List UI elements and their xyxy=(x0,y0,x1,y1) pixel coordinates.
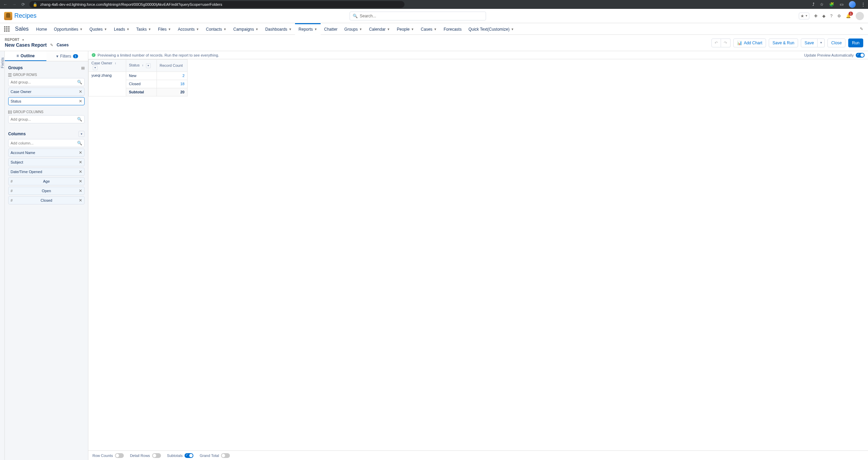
chevron-down-icon: ▼ xyxy=(820,41,822,44)
outline-tab[interactable]: ≡ Outline xyxy=(5,51,46,61)
nav-item-quotes[interactable]: Quotes▼ xyxy=(86,23,111,34)
columns-menu-button[interactable]: ▼ xyxy=(78,131,85,137)
nav-item-people[interactable]: People▼ xyxy=(394,23,417,34)
fields-panel-toggle[interactable]: Fields xyxy=(0,51,5,460)
group-row-pill-status[interactable]: Status ✕ xyxy=(8,97,85,105)
favorites-dropdown[interactable]: ★▼ xyxy=(799,13,809,19)
col-header-case-owner[interactable]: Case Owner ↑ ▼ xyxy=(89,60,126,72)
star-icon[interactable]: ☆ xyxy=(820,2,824,7)
column-pill-date-time-opened[interactable]: Date/Time Opened✕ xyxy=(8,168,85,176)
nav-item-label: Reports xyxy=(298,27,313,32)
add-column-field[interactable] xyxy=(11,141,77,145)
add-group-col-input[interactable]: 🔍 xyxy=(8,115,85,123)
nav-item-chatter[interactable]: Chatter xyxy=(321,23,341,34)
browser-back-icon[interactable]: ← xyxy=(3,2,8,7)
app-launcher-icon[interactable] xyxy=(3,23,11,34)
help-icon[interactable]: ? xyxy=(830,14,833,18)
save-dropdown-button[interactable]: ▼ xyxy=(818,39,825,47)
redo-button[interactable]: ↷ xyxy=(721,39,731,47)
groups-menu-icon[interactable]: ▤ xyxy=(81,66,85,70)
remove-icon[interactable]: ✕ xyxy=(79,89,82,94)
remove-icon[interactable]: ✕ xyxy=(79,188,82,193)
salesforce-assistant-icon[interactable]: ◆ xyxy=(822,14,825,18)
column-pill-subject[interactable]: Subject✕ xyxy=(8,158,85,166)
remove-icon[interactable]: ✕ xyxy=(79,150,82,155)
user-avatar[interactable] xyxy=(856,12,864,20)
nav-item-home[interactable]: Home xyxy=(33,23,50,34)
filters-tab[interactable]: ▾ Filters 1 xyxy=(46,51,88,61)
nav-item-campaigns[interactable]: Campaigns▼ xyxy=(230,23,262,34)
nav-item-quick-text-customize-[interactable]: Quick Text(Customize)▼ xyxy=(465,23,517,34)
nav-item-contacts[interactable]: Contacts▼ xyxy=(203,23,230,34)
browser-menu-icon[interactable]: ⋮ xyxy=(861,2,865,7)
auto-preview-toggle[interactable] xyxy=(856,53,865,58)
extensions-icon[interactable]: 🧩 xyxy=(829,2,834,7)
breadcrumb[interactable]: REPORT ▼ xyxy=(5,38,69,42)
nav-edit-icon[interactable]: ✎ xyxy=(855,23,868,34)
subtotals-toggle[interactable] xyxy=(185,453,193,458)
add-icon[interactable]: ✚ xyxy=(814,14,818,18)
browser-forward-icon[interactable]: → xyxy=(12,2,17,7)
nav-item-tasks[interactable]: Tasks▼ xyxy=(133,23,155,34)
nav-item-cases[interactable]: Cases▼ xyxy=(417,23,440,34)
add-column-input[interactable]: 🔍 xyxy=(8,139,85,147)
remove-icon[interactable]: ✕ xyxy=(79,179,82,184)
col-header-record-count[interactable]: Record Count xyxy=(157,60,188,72)
column-menu-button[interactable]: ▼ xyxy=(93,65,98,70)
add-group-row-input[interactable]: 🔍 xyxy=(8,78,85,86)
chevron-down-icon: ▼ xyxy=(511,28,514,31)
col-header-status[interactable]: Status ↑ ▼ xyxy=(126,60,157,72)
remove-icon[interactable]: ✕ xyxy=(79,99,82,104)
svg-rect-4 xyxy=(10,110,10,114)
remove-icon[interactable]: ✕ xyxy=(79,160,82,165)
run-button[interactable]: Run xyxy=(848,39,863,47)
undo-button[interactable]: ↶ xyxy=(711,39,721,47)
cell-count[interactable]: 18 xyxy=(157,80,188,88)
address-bar[interactable]: 🔒 zhang-4a6-dev-ed.lightning.force.com/l… xyxy=(29,1,404,8)
column-pill-closed[interactable]: Closed✕ xyxy=(8,196,85,204)
close-button[interactable]: Close xyxy=(827,39,845,47)
remove-icon[interactable]: ✕ xyxy=(79,198,82,203)
detail-rows-toggle[interactable] xyxy=(152,453,161,458)
chevron-down-icon: ▼ xyxy=(805,14,808,17)
grand-total-toggle[interactable] xyxy=(221,453,230,458)
notifications-icon[interactable]: 🔔1 xyxy=(846,14,851,18)
share-icon[interactable]: ⤴ xyxy=(812,2,814,7)
brand[interactable]: Recipes xyxy=(4,12,36,20)
nav-item-forecasts[interactable]: Forecasts xyxy=(440,23,465,34)
nav-item-calendar[interactable]: Calendar▼ xyxy=(366,23,394,34)
row-counts-toggle[interactable] xyxy=(115,453,124,458)
setup-gear-icon[interactable]: ⚙ xyxy=(837,14,841,18)
browser-reload-icon[interactable]: ⟳ xyxy=(20,2,26,7)
column-menu-button[interactable]: ▼ xyxy=(146,63,151,68)
svg-rect-2 xyxy=(8,76,12,77)
save-run-button[interactable]: Save & Run xyxy=(769,39,798,47)
remove-icon[interactable]: ✕ xyxy=(79,169,82,174)
pill-label: Age xyxy=(43,179,50,183)
column-pill-open[interactable]: Open✕ xyxy=(8,187,85,195)
nav-item-label: Cases xyxy=(421,27,432,32)
breadcrumb-label: REPORT xyxy=(5,38,19,42)
browser-profile-avatar[interactable] xyxy=(849,1,856,8)
outline-tab-label: Outline xyxy=(20,53,34,58)
subtotal-count[interactable]: 20 xyxy=(157,88,188,96)
column-pill-account-name[interactable]: Account Name✕ xyxy=(8,149,85,157)
group-row-pill-case-owner[interactable]: Case Owner ✕ xyxy=(8,88,85,96)
nav-item-dashboards[interactable]: Dashboards▼ xyxy=(262,23,295,34)
save-button[interactable]: Save xyxy=(801,39,818,47)
global-search[interactable]: 🔍 Search... xyxy=(350,12,486,20)
cell-count[interactable]: 2 xyxy=(157,72,188,80)
nav-item-reports[interactable]: Reports▼ xyxy=(295,23,321,34)
add-chart-button[interactable]: 📊Add Chart xyxy=(733,39,766,47)
nav-item-leads[interactable]: Leads▼ xyxy=(111,23,133,34)
edit-title-icon[interactable]: ✎ xyxy=(50,43,53,47)
nav-item-accounts[interactable]: Accounts▼ xyxy=(174,23,202,34)
nav-item-files[interactable]: Files▼ xyxy=(155,23,174,34)
nav-item-label: Groups xyxy=(344,27,358,32)
column-pill-age[interactable]: Age✕ xyxy=(8,177,85,185)
nav-item-groups[interactable]: Groups▼ xyxy=(341,23,366,34)
window-icon[interactable]: ▭ xyxy=(840,2,843,7)
add-group-row-field[interactable] xyxy=(11,80,77,84)
add-group-col-field[interactable] xyxy=(11,117,77,121)
nav-item-opportunities[interactable]: Opportunities▼ xyxy=(50,23,86,34)
